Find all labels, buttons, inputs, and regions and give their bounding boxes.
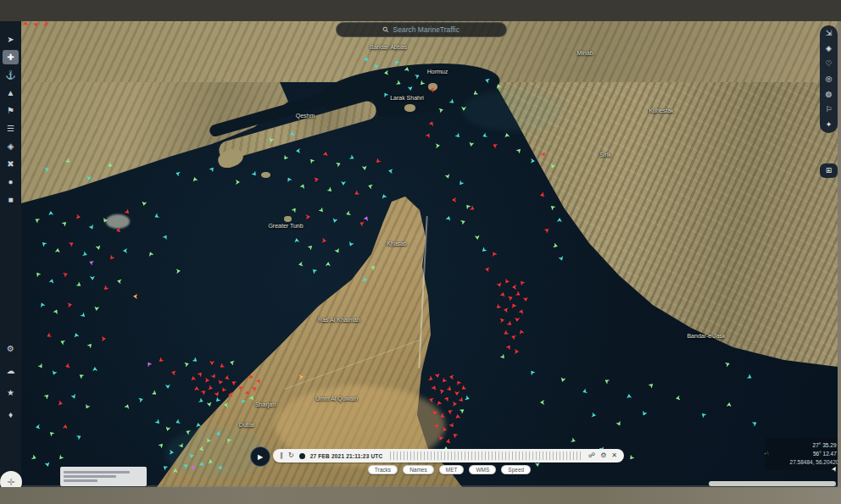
marine-traffic-app: { "search": { "label": "Search MarineTra… xyxy=(0,0,841,504)
favorites-tool-icon[interactable]: ★ xyxy=(3,385,19,400)
loop-icon[interactable]: ↻ xyxy=(288,452,294,459)
toggle-wms[interactable]: WMS xyxy=(469,465,496,474)
close-icon[interactable]: ✕ xyxy=(611,452,617,459)
map-label: Greater Tunb xyxy=(268,223,303,229)
toggle-speed[interactable]: Speed xyxy=(501,465,531,474)
attribution-text-line xyxy=(64,479,97,482)
timeline-position-icon[interactable] xyxy=(299,453,305,459)
pointer-tool-icon[interactable]: ➤ xyxy=(3,32,19,47)
user-icon[interactable]: ✦ xyxy=(826,121,833,129)
toggle-met[interactable]: MET xyxy=(439,465,465,474)
favorites-icon[interactable]: ♡ xyxy=(825,60,832,68)
search-icon: ⚲ xyxy=(382,25,391,34)
timeline-datetime: 27 FEB 2021 21:11:23 UTC xyxy=(310,453,383,459)
vessel-tool-icon[interactable]: ▲ xyxy=(3,86,19,100)
shallow-water-2 xyxy=(462,89,564,131)
letterbox-right xyxy=(838,21,841,487)
toggle-tracks[interactable]: Tracks xyxy=(368,465,398,474)
right-toolbar: ⇲◈♡◎◍⚐✦ xyxy=(820,25,838,133)
cloud-patch xyxy=(106,214,130,229)
anchor-tool-icon[interactable]: ⚓ xyxy=(3,68,19,82)
island-hormuz xyxy=(428,83,437,91)
rect-tool-icon[interactable]: ■ xyxy=(3,192,19,207)
search-label: Search MarineTraffic xyxy=(393,25,459,34)
play-button[interactable]: ▶ xyxy=(250,446,270,467)
my-location-icon[interactable]: ◎ xyxy=(826,75,833,83)
letterbox-bottom xyxy=(0,487,841,504)
timeline-bar: ∥ ↻ 27 FEB 2021 21:11:23 UTC ☍ ⚙ ✕ xyxy=(273,449,624,462)
map-canvas[interactable]: Bandar AbbasMinabHormuzLarak ShahriQeshm… xyxy=(21,21,838,487)
layer-toggles: TracksNamesMETWMSSpeed xyxy=(360,465,538,474)
right-toolbar-apps: ⊞ xyxy=(820,163,838,178)
timeline-settings-icon[interactable]: ⚙ xyxy=(600,452,606,459)
island-greater-tunb xyxy=(284,216,292,222)
island-larak xyxy=(404,104,415,112)
attribution-text-line xyxy=(64,475,116,478)
vessels-filter-icon[interactable]: ◈ xyxy=(826,45,832,53)
search-bar[interactable]: ⚲ Search MarineTraffic xyxy=(336,22,507,37)
horizontal-scrollbar[interactable] xyxy=(709,481,836,486)
timeline-slider[interactable] xyxy=(390,451,581,460)
settings-tool-icon[interactable]: ⚙ xyxy=(3,341,19,356)
coordinates-box: 27° 35.29 N 56° 12.47 E 27.58484, 56.204… xyxy=(766,438,841,470)
share-icon[interactable]: ☍ xyxy=(588,452,595,459)
flag-tool-icon[interactable]: ⚑ xyxy=(3,103,19,118)
latitude-dm: 27° 35.29 N xyxy=(771,441,841,450)
coordinates-decimal: 27.58484, 56.204208 xyxy=(771,458,841,467)
notifications-icon[interactable]: ◍ xyxy=(826,91,833,98)
area-tool-icon[interactable]: ◈ xyxy=(3,139,19,153)
pan-tool-icon[interactable]: ✚ xyxy=(3,50,19,64)
marker-tool-icon[interactable]: ♦ xyxy=(3,407,19,422)
weather-tool-icon[interactable]: ☁ xyxy=(3,363,19,378)
flag-icon[interactable]: ⚐ xyxy=(825,106,832,114)
point-tool-icon[interactable]: ● xyxy=(3,174,19,189)
play-icon: ▶ xyxy=(258,453,263,461)
longitude-dm: 56° 12.47 E xyxy=(771,450,841,458)
attribution-text-line xyxy=(64,471,130,474)
island-hengam xyxy=(261,172,270,178)
map-attribution xyxy=(60,467,147,486)
expand-icon[interactable]: ⇲ xyxy=(826,30,833,37)
letterbox-top xyxy=(0,0,841,21)
layers-tool-icon[interactable]: ☰ xyxy=(3,121,19,136)
toggle-names[interactable]: Names xyxy=(403,465,434,474)
left-toolbar: ➤✚⚓▲⚑☰◈✖●■⚙☁★♦ ✛ xyxy=(0,21,21,487)
pause-icon[interactable]: ∥ xyxy=(280,452,283,459)
apps-grid-icon[interactable]: ⊞ xyxy=(826,167,833,174)
clear-tool-icon[interactable]: ✖ xyxy=(3,157,19,171)
